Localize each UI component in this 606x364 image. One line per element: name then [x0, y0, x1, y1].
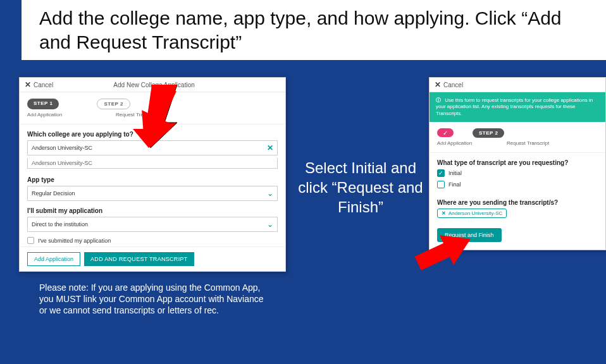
step-labels: Add Application Request Transcript [430, 140, 605, 150]
close-icon[interactable]: ✕ [442, 210, 446, 216]
button-row: Add Application ADD AND REQUEST TRANSCRI… [20, 246, 285, 271]
add-application-button[interactable]: Add Application [27, 252, 80, 266]
submit-method-value: Direct to the institution [32, 221, 88, 228]
close-icon: ✕ [435, 80, 441, 89]
step-1-label: Add Application [437, 140, 494, 146]
app-type-value: Regular Decision [32, 190, 75, 197]
college-input-value: Anderson University-SC [32, 145, 92, 151]
info-icon: ⓘ [436, 97, 441, 103]
chevron-down-icon: ⌄ [267, 220, 273, 229]
red-arrow-right [415, 229, 472, 273]
initial-checkbox-row[interactable]: ✓ Initial [430, 167, 605, 179]
close-icon: ✕ [25, 80, 31, 89]
step-1-pill: STEP 1 [27, 99, 59, 109]
slide-title-container: Add the college name, app type, and how … [22, 0, 606, 60]
submitted-checkbox-row[interactable]: I've submitted my application [20, 234, 285, 246]
info-banner: ⓘ Use this form to request transcripts f… [430, 92, 605, 122]
submitted-checkbox-label: I've submitted my application [38, 238, 111, 244]
step-2-pill: STEP 2 [473, 128, 504, 138]
step-1-done-icon: ✓ [437, 128, 454, 137]
app-type-select[interactable]: Regular Decision ⌄ [27, 186, 278, 201]
info-text: Use this form to request transcripts for… [436, 97, 593, 116]
step-2-pill: STEP 2 [97, 99, 130, 109]
cancel-label: Cancel [34, 82, 53, 88]
college-tag-label: Anderson University-SC [448, 210, 502, 216]
note-text: Please note: If you are applying using t… [39, 282, 267, 317]
instruction-middle: Select Initial and click “Request and Fi… [294, 158, 427, 217]
step-indicator: ✓ STEP 2 [430, 122, 605, 140]
send-where-question: Where are you sending the transcript/s? [430, 195, 605, 207]
step-2-label: Request Transcript [507, 140, 564, 146]
initial-label: Initial [448, 170, 462, 176]
checkbox-icon [27, 237, 34, 244]
panel-header: ✕ Cancel [430, 78, 605, 92]
submit-method-label: I'll submit my application [20, 203, 285, 215]
cancel-button[interactable]: ✕ Cancel [435, 80, 463, 89]
final-label: Final [448, 181, 461, 188]
slide-title: Add the college name, app type, and how … [39, 6, 588, 54]
request-transcript-panel: ✕ Cancel ⓘ Use this form to request tran… [429, 77, 606, 250]
add-and-request-button[interactable]: ADD AND REQUEST TRANSCRIPT [84, 252, 194, 266]
transcript-type-question: What type of transcript are you requesti… [430, 155, 605, 167]
college-tag[interactable]: ✕ Anderson University-SC [437, 209, 507, 218]
submit-method-select[interactable]: Direct to the institution ⌄ [27, 217, 278, 232]
red-arrow-left [133, 85, 177, 148]
final-checkbox-row[interactable]: Final [430, 179, 605, 190]
cancel-button[interactable]: ✕ Cancel [25, 80, 53, 89]
checkbox-icon [437, 181, 445, 188]
chevron-down-icon: ⌄ [267, 189, 273, 198]
cancel-label: Cancel [443, 82, 463, 88]
clear-icon[interactable]: ✕ [267, 143, 273, 152]
step-1-label: Add Application [27, 112, 84, 118]
checkbox-checked-icon: ✓ [437, 169, 445, 177]
app-type-label: App type [20, 173, 285, 185]
college-suggestion[interactable]: Anderson University-SC [27, 158, 278, 169]
